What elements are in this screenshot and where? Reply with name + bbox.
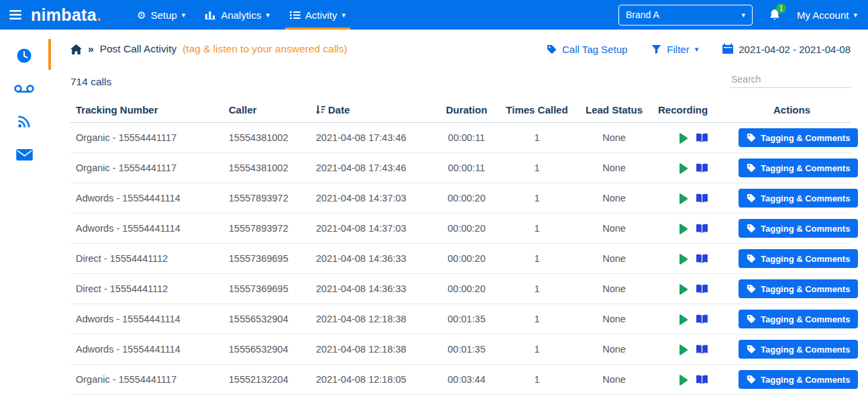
cell-caller: 15557893972 — [223, 183, 311, 214]
cell-date: 2021-04-08 12:18:05 — [311, 365, 435, 395]
date-range-picker[interactable]: 2021-04-02 - 2021-04-08 — [722, 44, 851, 55]
list-icon — [290, 11, 301, 19]
transcript-button[interactable] — [696, 345, 708, 355]
cell-actions: Tagging & Comments — [733, 153, 851, 183]
call-tag-setup-link[interactable]: Call Tag Setup — [547, 44, 627, 55]
page-toolbar: Call Tag Setup Filter ▾ 2021-04-02 - 202… — [547, 44, 851, 55]
tagging-comments-button[interactable]: Tagging & Comments — [739, 249, 858, 268]
tag-icon — [747, 345, 756, 354]
transcript-button[interactable] — [696, 314, 708, 324]
transcript-button[interactable] — [696, 193, 708, 203]
col-date[interactable]: Date — [311, 97, 435, 123]
tagging-comments-button[interactable]: Tagging & Comments — [739, 128, 858, 147]
tagging-comments-button[interactable]: Tagging & Comments — [739, 219, 858, 238]
open-book-icon — [696, 133, 708, 143]
sidebar-item-email[interactable] — [13, 146, 35, 163]
hamburger-menu-button[interactable] — [0, 0, 31, 30]
open-book-icon — [696, 345, 708, 355]
play-icon — [678, 224, 688, 234]
play-recording-button[interactable] — [678, 375, 688, 385]
cell-date: 2021-04-08 17:43:46 — [311, 153, 435, 183]
open-book-icon — [696, 314, 708, 324]
brand-name: nimbata — [31, 5, 97, 25]
transcript-button[interactable] — [696, 133, 708, 143]
tagging-button-label: Tagging & Comments — [761, 163, 850, 173]
cell-tracking-number: Organic - 15554441117 — [70, 365, 223, 395]
chevron-down-icon: ▾ — [741, 11, 745, 19]
breadcrumb: » Post Call Activity (tag & listen to yo… — [70, 43, 347, 55]
table-row: Organic - 15554441117 15552132204 2021-0… — [70, 365, 851, 395]
nav-item-analytics[interactable]: Analytics ▾ — [195, 0, 280, 30]
tagging-comments-button[interactable]: Tagging & Comments — [739, 158, 858, 177]
play-recording-button[interactable] — [678, 284, 688, 295]
tagging-button-label: Tagging & Comments — [761, 254, 850, 264]
brand-logo[interactable]: nimbata. — [31, 0, 101, 30]
notifications-button[interactable]: 1 — [769, 9, 781, 21]
tagging-comments-button[interactable]: Tagging & Comments — [739, 340, 858, 359]
my-account-menu[interactable]: My Account ▾ — [797, 9, 857, 21]
cell-duration: 00:00:20 — [435, 244, 498, 274]
chevron-down-icon: ▾ — [182, 11, 186, 19]
home-icon[interactable] — [70, 44, 82, 54]
tagging-comments-button[interactable]: Tagging & Comments — [739, 189, 858, 208]
cell-caller: 15554381002 — [223, 153, 311, 183]
voicemail-icon — [14, 84, 34, 94]
date-range-label: 2021-04-02 - 2021-04-08 — [739, 44, 851, 55]
cell-date: 2021-04-08 12:18:38 — [311, 304, 435, 334]
nav-item-activity[interactable]: Activity ▾ — [280, 0, 356, 30]
transcript-button[interactable] — [696, 284, 708, 294]
play-recording-button[interactable] — [678, 314, 688, 325]
filter-dropdown[interactable]: Filter ▾ — [651, 44, 698, 55]
cell-tracking-number: Adwords - 15554441114 — [70, 334, 223, 365]
transcript-button[interactable] — [696, 224, 708, 234]
cell-times-called: 1 — [498, 274, 576, 304]
cell-date: 2021-04-08 17:43:46 — [311, 123, 435, 153]
sidebar-item-feed[interactable] — [13, 113, 35, 130]
table-row: Direct - 15554441112 15557369695 2021-04… — [70, 274, 851, 304]
tag-icon — [747, 254, 756, 263]
tagging-comments-button[interactable]: Tagging & Comments — [739, 279, 858, 298]
cell-duration: 00:03:44 — [435, 365, 498, 395]
chevron-down-icon: ▾ — [853, 11, 857, 19]
cell-duration: 00:00:11 — [435, 153, 498, 183]
play-recording-button[interactable] — [678, 224, 688, 234]
transcript-button[interactable] — [696, 375, 708, 385]
cell-lead-status: None — [576, 153, 653, 183]
play-recording-button[interactable] — [678, 133, 688, 144]
table-row: Adwords - 15554441114 15557893972 2021-0… — [70, 183, 851, 214]
col-caller: Caller — [223, 97, 311, 123]
tagging-comments-button[interactable]: Tagging & Comments — [739, 370, 858, 389]
sidebar-item-call-activity[interactable] — [13, 47, 35, 64]
table-row: Organic - 15554441117 15554381002 2021-0… — [70, 153, 851, 183]
play-recording-button[interactable] — [678, 163, 688, 174]
open-book-icon — [696, 193, 708, 203]
nav-item-setup[interactable]: ⚙ Setup ▾ — [127, 0, 195, 30]
tagging-comments-button[interactable]: Tagging & Comments — [739, 310, 858, 328]
chevron-down-icon: ▾ — [341, 11, 345, 19]
cell-caller: 15556532904 — [223, 304, 311, 334]
cell-date: 2021-04-08 14:36:33 — [311, 244, 435, 274]
cell-date: 2021-04-08 12:18:38 — [311, 334, 435, 365]
my-account-label: My Account — [797, 9, 849, 21]
play-icon — [678, 254, 688, 265]
cell-lead-status: None — [576, 123, 653, 153]
play-recording-button[interactable] — [678, 254, 688, 265]
transcript-button[interactable] — [696, 254, 708, 264]
cell-tracking-number: Organic - 15554441117 — [70, 123, 223, 153]
cell-times-called: 1 — [498, 304, 576, 334]
search-input[interactable] — [730, 71, 851, 88]
cell-recording — [653, 153, 733, 183]
brand-dot: . — [97, 5, 101, 25]
play-recording-button[interactable] — [678, 193, 688, 204]
sidebar-item-voicemail[interactable] — [13, 80, 35, 97]
cell-lead-status: None — [576, 214, 653, 244]
cell-tracking-number: Adwords - 15554441114 — [70, 183, 223, 214]
play-recording-button[interactable] — [678, 345, 688, 355]
tagging-button-label: Tagging & Comments — [761, 375, 850, 385]
cell-duration: 00:00:20 — [435, 183, 498, 214]
cell-recording — [653, 214, 733, 244]
cell-tracking-number: Adwords - 15554441114 — [70, 214, 223, 244]
brand-select[interactable]: Brand A ▾ — [618, 5, 753, 26]
transcript-button[interactable] — [696, 163, 708, 173]
cell-caller: 15557893972 — [223, 214, 311, 244]
